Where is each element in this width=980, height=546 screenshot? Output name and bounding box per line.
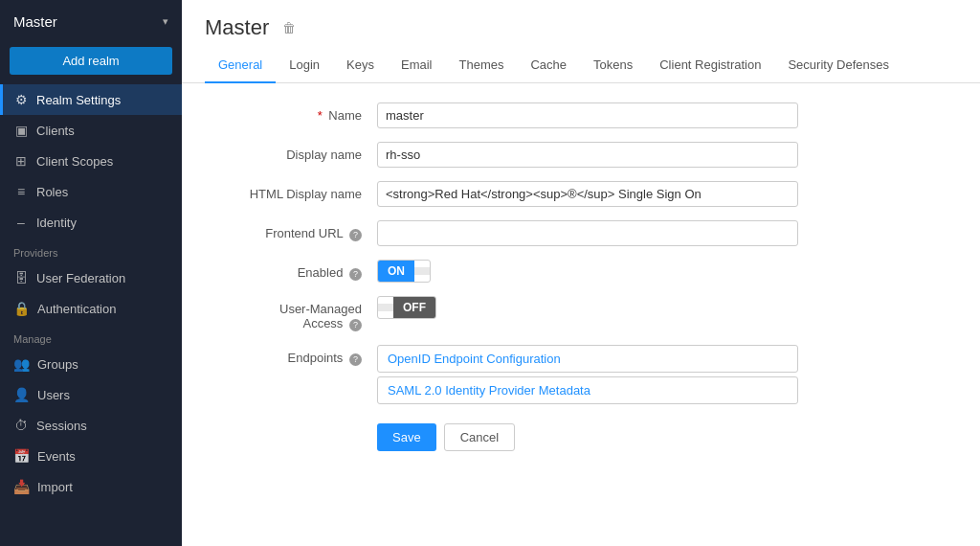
html-display-name-label: HTML Display name	[205, 181, 377, 201]
display-name-input[interactable]	[377, 142, 798, 168]
toggle-off-label: OFF	[393, 297, 435, 318]
openid-endpoint-link[interactable]: OpenID Endpoint Configuration	[377, 345, 798, 373]
name-field-wrap	[377, 102, 798, 128]
page-header: Master 🗑	[182, 0, 980, 40]
realm-name: Master	[13, 13, 57, 30]
html-display-name-input[interactable]	[377, 181, 798, 207]
tab-client-registration[interactable]: Client Registration	[646, 48, 774, 83]
realm-selector[interactable]: Master ▾	[0, 0, 182, 43]
sidebar-item-groups[interactable]: 👥 Groups	[0, 349, 182, 379]
user-managed-help-icon[interactable]: ?	[349, 319, 362, 331]
sidebar-item-clients[interactable]: ▣ Clients	[0, 115, 182, 146]
sidebar-item-identity[interactable]: – Identity	[0, 207, 182, 238]
sidebar-item-roles[interactable]: ≡ Roles	[0, 176, 182, 207]
chevron-down-icon: ▾	[163, 15, 168, 28]
frontend-url-label: Frontend URL ?	[205, 220, 377, 241]
realm-settings-icon: ⚙	[13, 92, 29, 107]
main-content: Master 🗑 General Login Keys Email Themes…	[182, 0, 980, 546]
delete-realm-icon[interactable]: 🗑	[282, 20, 296, 35]
enabled-help-icon[interactable]: ?	[349, 268, 362, 281]
user-managed-row: User-Managed Access ? OFF	[205, 296, 957, 331]
manage-section-label: Manage	[0, 324, 182, 349]
sidebar-item-label: User Federation	[36, 271, 125, 285]
saml-endpoint-link[interactable]: SAML 2.0 Identity Provider Metadata	[377, 376, 798, 404]
tab-cache[interactable]: Cache	[517, 48, 580, 83]
frontend-url-row: Frontend URL ?	[205, 220, 957, 246]
tab-security-defenses[interactable]: Security Defenses	[774, 48, 902, 83]
save-button[interactable]: Save	[377, 423, 436, 451]
sidebar-item-import[interactable]: 📥 Import	[0, 471, 182, 502]
endpoints-list: OpenID Endpoint Configuration SAML 2.0 I…	[377, 345, 798, 408]
sidebar-item-user-federation[interactable]: 🗄 User Federation	[0, 262, 182, 293]
tab-general[interactable]: General	[205, 48, 276, 83]
name-row: * Name	[205, 102, 957, 128]
tab-login[interactable]: Login	[276, 48, 333, 83]
sidebar-item-label: Users	[37, 388, 70, 402]
display-name-label: Display name	[205, 142, 377, 162]
display-name-row: Display name	[205, 142, 957, 168]
toggle-on-part	[378, 304, 393, 311]
sidebar-item-label: Identity	[36, 216, 77, 230]
name-label: * Name	[205, 102, 377, 123]
user-managed-label: User-Managed Access ?	[205, 296, 377, 331]
sidebar-item-label: Roles	[36, 185, 68, 199]
tab-email[interactable]: Email	[388, 48, 446, 83]
frontend-url-field-wrap	[377, 220, 798, 246]
sidebar-item-label: Clients	[36, 124, 75, 138]
sessions-icon: ⏱	[13, 418, 29, 433]
tab-tokens[interactable]: Tokens	[580, 48, 646, 83]
authentication-icon: 🔒	[13, 301, 30, 316]
sidebar-item-label: Groups	[37, 357, 78, 372]
html-display-name-row: HTML Display name	[205, 181, 957, 207]
tab-themes[interactable]: Themes	[445, 48, 517, 83]
import-icon: 📥	[13, 479, 30, 494]
name-input[interactable]	[377, 102, 798, 128]
display-name-field-wrap	[377, 142, 798, 168]
sidebar-item-label: Realm Settings	[36, 93, 121, 107]
users-icon: 👤	[13, 387, 30, 402]
sidebar-item-label: Events	[37, 449, 76, 464]
required-marker: *	[318, 108, 323, 123]
sidebar: Master ▾ Add realm ⚙ Realm Settings ▣ Cl…	[0, 0, 182, 546]
page-title: Master	[205, 15, 269, 40]
sidebar-item-authentication[interactable]: 🔒 Authentication	[0, 293, 182, 324]
tab-keys[interactable]: Keys	[333, 48, 388, 83]
sidebar-item-client-scopes[interactable]: ⊞ Client Scopes	[0, 146, 182, 176]
enabled-row: Enabled ? ON	[205, 260, 957, 283]
sidebar-item-sessions[interactable]: ⏱ Sessions	[0, 410, 182, 441]
groups-icon: 👥	[13, 356, 30, 372]
enabled-toggle-wrap: ON	[377, 260, 798, 283]
frontend-url-input[interactable]	[377, 220, 798, 246]
clients-icon: ▣	[13, 123, 29, 138]
roles-icon: ≡	[13, 184, 29, 199]
sidebar-item-label: Sessions	[36, 419, 87, 433]
enabled-label: Enabled ?	[205, 260, 377, 281]
user-managed-toggle[interactable]: OFF	[377, 296, 436, 319]
user-managed-toggle-wrap: OFF	[377, 296, 798, 319]
form-actions: Save Cancel	[377, 423, 957, 451]
add-realm-button[interactable]: Add realm	[10, 47, 172, 75]
endpoints-help-icon[interactable]: ?	[349, 353, 362, 366]
sidebar-item-realm-settings[interactable]: ⚙ Realm Settings	[0, 84, 182, 115]
toggle-off-part	[414, 267, 430, 275]
identity-icon: –	[13, 215, 29, 230]
sidebar-item-label: Import	[37, 480, 73, 494]
user-federation-icon: 🗄	[13, 270, 29, 285]
events-icon: 📅	[13, 448, 30, 464]
sidebar-item-events[interactable]: 📅 Events	[0, 441, 182, 471]
toggle-on-label: ON	[378, 261, 414, 282]
sidebar-item-label: Client Scopes	[36, 154, 113, 169]
client-scopes-icon: ⊞	[13, 153, 29, 169]
enabled-toggle[interactable]: ON	[377, 260, 431, 283]
sidebar-item-label: Authentication	[37, 302, 116, 316]
html-display-name-field-wrap	[377, 181, 798, 207]
endpoints-row: Endpoints ? OpenID Endpoint Configuratio…	[205, 345, 957, 408]
form-area: * Name Display name HTML Display name Fr…	[182, 83, 980, 546]
frontend-url-help-icon[interactable]: ?	[349, 229, 362, 241]
sidebar-item-users[interactable]: 👤 Users	[0, 379, 182, 410]
providers-section-label: Providers	[0, 238, 182, 262]
endpoints-label: Endpoints ?	[205, 345, 377, 366]
cancel-button[interactable]: Cancel	[444, 423, 515, 451]
tabs-bar: General Login Keys Email Themes Cache To…	[182, 48, 980, 83]
